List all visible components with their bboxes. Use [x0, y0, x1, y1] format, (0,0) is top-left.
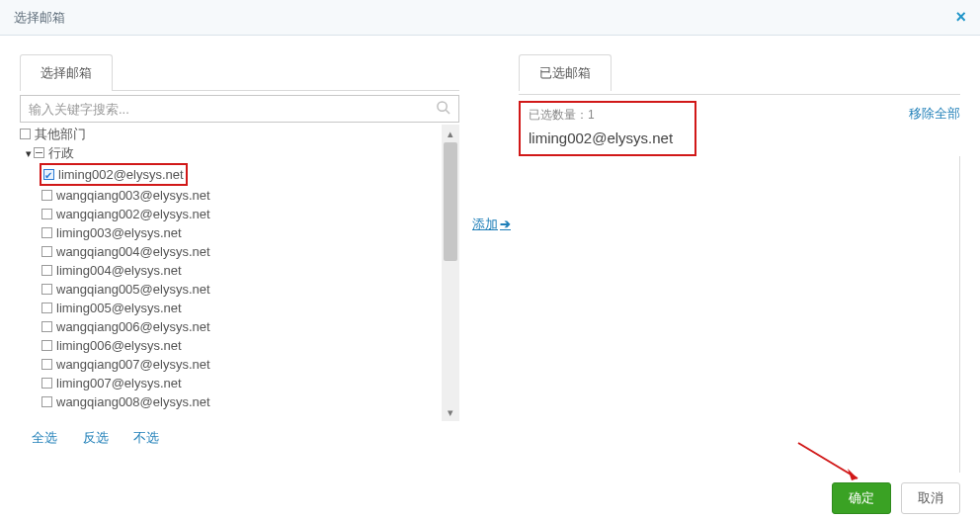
titlebar: 选择邮箱 ×	[0, 0, 980, 36]
select-none-link[interactable]: 不选	[133, 430, 159, 445]
checkbox[interactable]	[41, 246, 52, 257]
tree-email-item[interactable]: wangqiang007@elysys.net	[56, 357, 210, 372]
search-box	[20, 95, 459, 123]
left-panel: 选择邮箱 其他部门▾行政liming002@elysys.netwangqian…	[20, 53, 459, 471]
tree-email-item[interactable]: liming005@elysys.net	[56, 301, 182, 315]
checkbox[interactable]	[41, 321, 52, 332]
tree-node-other-dept[interactable]: 其他部门	[35, 127, 86, 141]
svg-line-1	[446, 110, 449, 114]
checkbox[interactable]	[34, 147, 44, 158]
remove-all-link[interactable]: 移除全部	[909, 101, 960, 123]
select-all-link[interactable]: 全选	[32, 430, 57, 445]
tree-scrollbar[interactable]: ▴ ▾	[442, 125, 459, 421]
select-email-modal: 选择邮箱 × 选择邮箱 其他部门▾行政liming002@elysys.netw…	[0, 0, 980, 520]
selection-actions: 全选 反选 不选	[20, 429, 459, 447]
checkbox[interactable]	[41, 265, 52, 276]
tab-selected-email[interactable]: 已选邮箱	[519, 54, 612, 91]
email-tree: 其他部门▾行政liming002@elysys.netwangqiang003@…	[20, 125, 442, 421]
tree-email-item[interactable]: liming004@elysys.net	[56, 263, 182, 278]
selected-count: 已选数量：1	[529, 107, 685, 124]
tree-email-item[interactable]: wangqiang006@elysys.net	[56, 319, 210, 334]
invert-selection-link[interactable]: 反选	[83, 430, 109, 445]
checkbox[interactable]	[41, 378, 52, 389]
tree-email-item[interactable]: liming002@elysys.net	[58, 167, 184, 182]
tree-email-item[interactable]: wangqiang005@elysys.net	[56, 282, 210, 297]
checkbox[interactable]	[41, 190, 52, 201]
svg-point-0	[438, 102, 447, 111]
checkbox[interactable]	[43, 169, 54, 180]
checkbox[interactable]	[41, 227, 52, 238]
checkbox[interactable]	[41, 303, 52, 313]
tree-email-item[interactable]: liming006@elysys.net	[56, 338, 182, 353]
tab-select-email[interactable]: 选择邮箱	[20, 54, 113, 91]
modal-body: 选择邮箱 其他部门▾行政liming002@elysys.netwangqian…	[0, 36, 980, 471]
caret-down-icon[interactable]: ▾	[24, 144, 34, 163]
selected-list-area	[519, 156, 960, 473]
add-button[interactable]: 添加➔	[472, 216, 511, 233]
selected-highlight-box: 已选数量：1 liming002@elysys.net	[519, 101, 696, 156]
tree-email-item[interactable]: liming007@elysys.net	[56, 376, 182, 390]
add-label: 添加	[472, 217, 498, 231]
arrow-right-icon: ➔	[500, 217, 511, 231]
checkbox[interactable]	[41, 284, 52, 295]
tree-email-item[interactable]: liming003@elysys.net	[56, 225, 182, 240]
tree-email-item[interactable]: wangqiang002@elysys.net	[56, 207, 210, 221]
selected-item[interactable]: liming002@elysys.net	[529, 130, 685, 146]
checkbox[interactable]	[41, 340, 52, 351]
footer-buttons: 确定 取消	[832, 482, 960, 514]
ok-button[interactable]: 确定	[832, 482, 891, 514]
tree-email-item[interactable]: wangqiang004@elysys.net	[56, 244, 210, 259]
close-icon[interactable]: ×	[955, 8, 966, 26]
tree-email-item[interactable]: wangqiang008@elysys.net	[56, 394, 210, 409]
right-panel: 已选邮箱 已选数量：1 liming002@elysys.net 移除全部	[519, 53, 960, 471]
checkbox[interactable]	[20, 129, 31, 139]
tree-container: 其他部门▾行政liming002@elysys.netwangqiang003@…	[20, 125, 459, 421]
checkbox[interactable]	[41, 396, 52, 407]
checkbox[interactable]	[41, 359, 52, 370]
highlight-box: liming002@elysys.net	[40, 163, 188, 186]
scroll-thumb[interactable]	[444, 142, 457, 261]
tree-node-admin[interactable]: 行政	[48, 145, 74, 160]
tree-email-item[interactable]: wangqiang003@elysys.net	[56, 188, 210, 203]
checkbox[interactable]	[41, 209, 52, 219]
modal-title: 选择邮箱	[14, 9, 65, 27]
scroll-up-icon[interactable]: ▴	[442, 125, 459, 142]
search-input[interactable]	[29, 102, 436, 117]
cancel-button[interactable]: 取消	[901, 482, 960, 514]
scroll-down-icon[interactable]: ▾	[442, 403, 459, 421]
search-icon[interactable]	[436, 100, 450, 118]
